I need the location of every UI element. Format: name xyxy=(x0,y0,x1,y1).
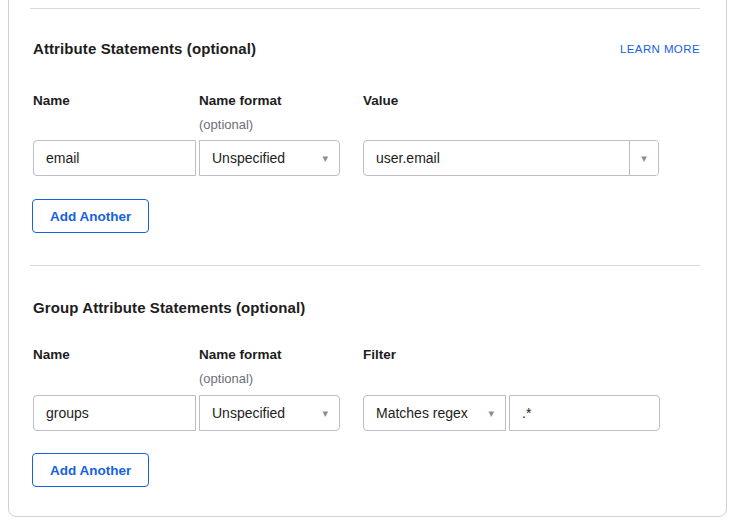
chevron-down-icon: ▾ xyxy=(641,153,647,164)
group-attribute-name-input[interactable] xyxy=(33,395,196,431)
column-label-name-format: Name format xyxy=(199,93,363,109)
attribute-value-combo: ▾ xyxy=(363,140,659,176)
name-format-selected-value: Unspecified xyxy=(212,150,285,166)
column-label-filter: Filter xyxy=(363,347,700,363)
chevron-down-icon: ▾ xyxy=(322,153,328,164)
settings-card: Attribute Statements (optional) LEARN MO… xyxy=(8,0,727,517)
column-label-name-format: Name format xyxy=(199,347,363,363)
column-headers: Name Name format (optional) Filter xyxy=(33,347,700,387)
column-note-optional: (optional) xyxy=(199,371,363,387)
column-label-value: Value xyxy=(363,93,700,109)
filter-type-selected-value: Matches regex xyxy=(376,405,468,421)
attribute-value-input[interactable] xyxy=(364,141,629,175)
column-headers: Name Name format (optional) Value xyxy=(33,93,700,133)
section-title: Group Attribute Statements (optional) xyxy=(33,299,305,317)
attribute-statement-row: Unspecified ▾ ▾ xyxy=(33,140,700,176)
column-note-optional: (optional) xyxy=(199,117,363,133)
chevron-down-icon: ▾ xyxy=(488,408,494,419)
section-divider xyxy=(30,265,700,266)
column-label-name: Name xyxy=(33,93,199,109)
group-attribute-statement-row: Unspecified ▾ Matches regex ▾ xyxy=(33,395,700,431)
add-another-button[interactable]: Add Another xyxy=(32,199,149,233)
learn-more-link[interactable]: LEARN MORE xyxy=(620,41,700,57)
add-another-button[interactable]: Add Another xyxy=(32,453,149,487)
group-name-format-selected-value: Unspecified xyxy=(212,405,285,421)
attribute-value-dropdown-button[interactable]: ▾ xyxy=(629,141,658,175)
chevron-down-icon: ▾ xyxy=(322,408,328,419)
filter-type-select[interactable]: Matches regex ▾ xyxy=(363,395,506,431)
attribute-statements-header: Attribute Statements (optional) LEARN MO… xyxy=(33,40,700,58)
filter-value-input[interactable] xyxy=(509,395,660,431)
column-label-name: Name xyxy=(33,347,199,363)
attribute-name-input[interactable] xyxy=(33,140,196,176)
section-divider xyxy=(30,8,700,9)
group-attribute-statements-header: Group Attribute Statements (optional) xyxy=(33,299,700,317)
group-name-format-select[interactable]: Unspecified ▾ xyxy=(199,395,340,431)
name-format-select[interactable]: Unspecified ▾ xyxy=(199,140,340,176)
section-title: Attribute Statements (optional) xyxy=(33,40,256,58)
